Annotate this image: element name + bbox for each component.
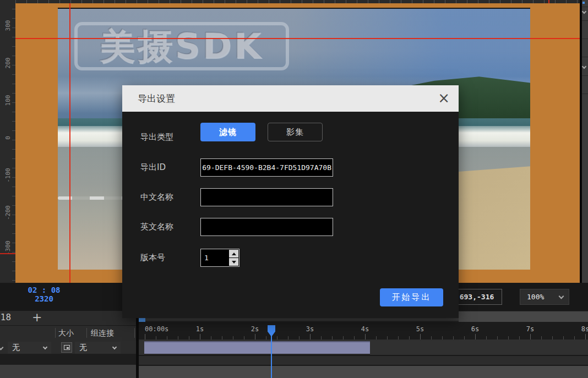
frame-icon [64, 345, 70, 350]
blend-dropdown-2[interactable]: 无 [75, 342, 121, 354]
panel-marker [582, 2, 585, 4]
chevron-down-icon[interactable] [582, 64, 586, 69]
triangle-up-icon [232, 253, 236, 255]
panel-band-dark [0, 354, 136, 365]
ruler-ticks-major [145, 334, 588, 339]
ruler-label: 100 [4, 84, 12, 117]
clip-panel-header-row: :18 + [0, 311, 136, 325]
ruler-label: -100 [4, 159, 12, 192]
left-ruler: 300 200 100 0 -100 -200 -300 [0, 0, 15, 283]
time-tick-label: 1s [196, 325, 204, 333]
row-divider [582, 75, 588, 76]
chinese-name-label: 中文名称 [140, 188, 198, 206]
english-name-input[interactable] [201, 218, 333, 235]
chevron-down-icon [112, 344, 117, 349]
export-id-value: 69-DEFB-4590-B2B4-7FD51D97A70B [202, 159, 333, 176]
timeline-track-2[interactable] [139, 355, 588, 365]
time-tick-label: 6s [471, 325, 479, 333]
triangle-down-icon [232, 261, 236, 264]
column-divider [134, 328, 135, 338]
clip-properties-panel: :18 + 大小 组连接 无 无 [0, 311, 136, 378]
ruler-label: 300 [4, 9, 12, 42]
clip-duration-label: :18 [0, 313, 11, 322]
timeline-panel[interactable]: 00:00s 1s 2s 3s 4s 5s 6s 7s 8s [139, 311, 588, 378]
group-link-label: 组连接 [91, 328, 114, 338]
position-readout: 693,-316 [451, 289, 502, 305]
chevron-down-icon [559, 293, 564, 299]
time-tick-label: 00:00s [145, 325, 168, 333]
dialog-title: 导出设置 [138, 92, 175, 105]
timeline-track-3[interactable] [139, 365, 588, 378]
ruler-label: -200 [4, 196, 12, 229]
zoom-value: 100% [527, 293, 544, 301]
chevron-down-icon[interactable] [582, 9, 586, 14]
column-divider [86, 328, 87, 338]
column-divider [55, 328, 56, 338]
sdk-watermark: 美摄SDK [74, 22, 289, 70]
spin-up-button[interactable] [229, 250, 238, 258]
timeline-scroll-corner [459, 311, 588, 322]
clip-panel-controls-row: 无 无 [0, 339, 136, 354]
app-window: 美摄SDK 300 200 100 0 -100 -200 -300 02 : … [0, 0, 588, 378]
row-divider [582, 94, 588, 94]
vertical-guide-line[interactable] [69, 3, 70, 283]
start-export-button[interactable]: 开始导出 [380, 288, 443, 306]
chevron-down-icon [43, 344, 47, 349]
english-name-label: 英文名称 [140, 218, 198, 236]
timeline-clip[interactable] [144, 341, 370, 354]
clip-panel-labels-row: 大小 组连接 [0, 325, 136, 339]
ruler-label: -300 [4, 232, 12, 265]
resize-mode-button[interactable] [61, 342, 72, 353]
left-ruler-guide-tick [0, 253, 15, 254]
export-type-label: 导出类型 [140, 128, 198, 146]
time-tick-label: 8s [581, 325, 588, 333]
time-tick-label: 3s [306, 325, 314, 333]
time-tick-label: 5s [416, 325, 424, 333]
row-divider [582, 39, 588, 39]
timecode-frame: 2320 [21, 294, 67, 303]
add-icon[interactable]: + [32, 311, 42, 324]
version-spinner[interactable]: 1 [200, 249, 239, 267]
album-option-button[interactable]: 影集 [268, 123, 323, 141]
chinese-name-input[interactable] [201, 189, 333, 206]
blend-dropdown-1[interactable]: 无 [8, 342, 51, 354]
filter-option-button[interactable]: 滤镜 [200, 123, 255, 141]
spin-down-button[interactable] [229, 258, 238, 266]
timecode-time: 02 : 08 [21, 286, 67, 294]
time-tick-label: 4s [361, 325, 369, 333]
dropdown-value: 无 [79, 343, 87, 353]
time-tick-label: 7s [526, 325, 534, 333]
playhead-line [271, 335, 272, 378]
version-value: 1 [204, 249, 209, 266]
dropdown-value: 无 [12, 343, 20, 353]
size-label: 大小 [58, 328, 74, 338]
chinese-name-field-wrap [200, 188, 333, 206]
horizontal-guide-line[interactable] [15, 38, 580, 39]
panel-band-light [0, 365, 136, 378]
dialog-header[interactable]: 导出设置 × [122, 85, 459, 112]
export-id-field[interactable]: 69-DEFB-4590-B2B4-7FD51D97A70B [200, 158, 333, 177]
row-divider [582, 57, 588, 57]
time-tick-label: 2s [251, 325, 259, 333]
version-label: 版本号 [140, 249, 198, 267]
row-divider [582, 7, 588, 7]
export-settings-dialog: 导出设置 × 导出类型 滤镜 影集 导出ID 69-DEFB-4590-B2B4… [122, 85, 459, 318]
ruler-label: 0 [4, 122, 12, 155]
zoom-select[interactable]: 100% [520, 289, 569, 305]
timeline-track-1[interactable] [139, 339, 588, 355]
right-panel-edge [582, 0, 588, 311]
export-id-label: 导出ID [140, 158, 198, 177]
close-icon[interactable]: × [438, 89, 450, 107]
timeline-ruler[interactable]: 00:00s 1s 2s 3s 4s 5s 6s 7s 8s [139, 322, 588, 339]
timecode-display: 02 : 08 2320 [21, 286, 67, 303]
row-divider [582, 20, 588, 21]
english-name-field-wrap [200, 218, 333, 236]
chevron-down-icon[interactable] [0, 345, 3, 350]
ruler-label: 200 [4, 47, 12, 80]
